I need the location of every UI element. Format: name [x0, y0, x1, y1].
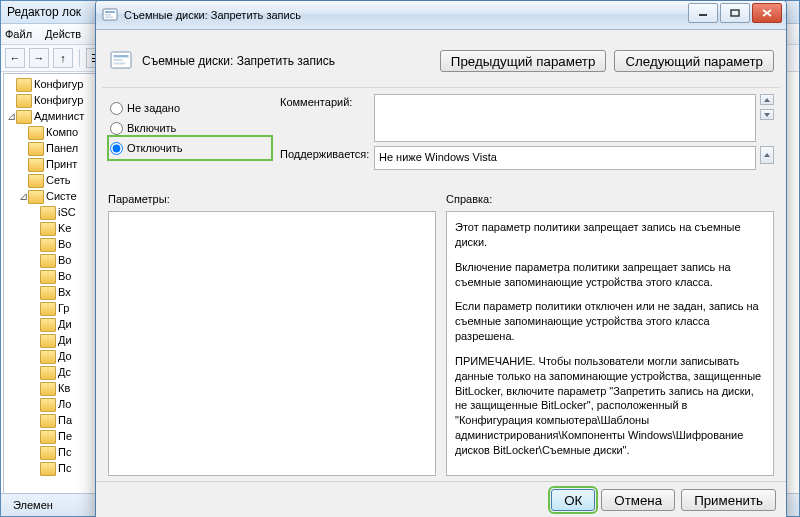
radio-disabled[interactable]: Отключить [110, 138, 270, 158]
svg-marker-12 [764, 98, 770, 102]
previous-parameter-button[interactable]: Предыдущий параметр [440, 50, 607, 72]
comment-spin-down[interactable] [760, 109, 774, 120]
ok-button[interactable]: ОК [551, 489, 595, 511]
tree-node[interactable]: Ke [6, 220, 96, 236]
tree-node[interactable]: Ди [6, 316, 96, 332]
tree-node-label: Ди [58, 334, 72, 346]
tree-node[interactable]: ⊿Админист [6, 108, 96, 124]
close-button[interactable] [752, 3, 782, 23]
tree-node[interactable]: ⊿Систе [6, 188, 96, 204]
svg-rect-5 [731, 10, 739, 16]
tree-node[interactable]: Принт [6, 156, 96, 172]
help-paragraph: Если параметр политики отключен или не з… [455, 299, 765, 344]
options-box[interactable] [108, 211, 436, 476]
tree-node[interactable]: Вх [6, 284, 96, 300]
dialog-header: Съемные диски: Запретить запись Предыдущ… [102, 35, 780, 88]
comment-label: Комментарий: [280, 94, 370, 108]
comment-spin-up[interactable] [760, 94, 774, 105]
tree-node[interactable]: Компо [6, 124, 96, 140]
dialog-title-text: Съемные диски: Запретить запись [124, 9, 301, 21]
folder-icon [28, 126, 44, 140]
help-box[interactable]: Этот параметр политики запрещает запись … [446, 211, 774, 476]
help-label: Справка: [446, 193, 774, 211]
radio-disabled-input[interactable] [110, 142, 123, 155]
comment-textarea[interactable] [374, 94, 756, 142]
tree-node[interactable]: Во [6, 252, 96, 268]
tree-node-label: Компо [46, 126, 78, 138]
tree-node-label: Ke [58, 222, 71, 234]
tree-node-label: Панел [46, 142, 78, 154]
tree-node[interactable]: Гр [6, 300, 96, 316]
folder-icon [40, 286, 56, 300]
dialog-upper-section: Не задано Включить Отключить Комментарий… [102, 88, 780, 172]
tree-node[interactable]: Конфигур [6, 92, 96, 108]
folder-icon [40, 430, 56, 444]
folder-icon [40, 254, 56, 268]
close-icon [762, 9, 772, 17]
tree-node-label: iSC [58, 206, 76, 218]
radio-not-configured[interactable]: Не задано [110, 98, 270, 118]
tree-twisty-icon: ⊿ [6, 108, 16, 124]
arrow-left-icon: ← [10, 52, 21, 64]
next-parameter-button[interactable]: Следующий параметр [614, 50, 774, 72]
arrow-up-icon: ↑ [60, 52, 66, 64]
radio-disabled-label: Отключить [127, 142, 183, 154]
minimize-button[interactable] [688, 3, 718, 23]
radio-enabled[interactable]: Включить [110, 118, 270, 138]
tree-node-label: Конфигур [34, 94, 83, 106]
tree-node[interactable]: Пс [6, 460, 96, 476]
folder-icon [28, 142, 44, 156]
svg-rect-9 [114, 55, 129, 57]
maximize-button[interactable] [720, 3, 750, 23]
menu-file[interactable]: Файл [5, 28, 32, 40]
folder-icon [28, 174, 44, 188]
tree-node[interactable]: Панел [6, 140, 96, 156]
tree-node[interactable]: Ди [6, 332, 96, 348]
folder-icon [40, 398, 56, 412]
menu-action[interactable]: Действ [45, 28, 81, 40]
tree-node[interactable]: iSC [6, 204, 96, 220]
tree-node-label: Конфигур [34, 78, 83, 90]
folder-icon [40, 222, 56, 236]
tree-node[interactable]: Па [6, 412, 96, 428]
supported-spin[interactable] [760, 146, 774, 164]
editor-title-text: Редактор лок [7, 5, 81, 19]
tree-node-label: Во [58, 254, 71, 266]
apply-button[interactable]: Применить [681, 489, 776, 511]
tree-node[interactable]: Ло [6, 396, 96, 412]
toolbar-back-button[interactable]: ← [5, 48, 25, 68]
folder-icon [40, 334, 56, 348]
tree-node[interactable]: Конфигур [6, 76, 96, 92]
radio-not-configured-input[interactable] [110, 102, 123, 115]
dialog-title-bar[interactable]: Съемные диски: Запретить запись [96, 1, 786, 30]
svg-marker-14 [764, 153, 770, 157]
tree-node[interactable]: Пе [6, 428, 96, 444]
tree-node[interactable]: До [6, 348, 96, 364]
cancel-button[interactable]: Отмена [601, 489, 675, 511]
tree-node-label: До [58, 350, 72, 362]
tree-node[interactable]: Во [6, 236, 96, 252]
help-paragraph: ПРИМЕЧАНИЕ. Чтобы пользователи могли зап… [455, 354, 765, 458]
help-paragraph: Этот параметр политики запрещает запись … [455, 220, 765, 250]
options-label: Параметры: [108, 193, 436, 211]
tree-node-label: Во [58, 238, 71, 250]
toolbar-forward-button[interactable]: → [29, 48, 49, 68]
svg-rect-2 [105, 14, 111, 16]
tree-node[interactable]: Пс [6, 444, 96, 460]
radio-enabled-label: Включить [127, 122, 176, 134]
tree-node[interactable]: Во [6, 268, 96, 284]
tree-node-label: Систе [46, 190, 77, 202]
toolbar-up-button[interactable]: ↑ [53, 48, 73, 68]
tree-node[interactable]: Дс [6, 364, 96, 380]
tree-node[interactable]: Сеть [6, 172, 96, 188]
radio-enabled-input[interactable] [110, 122, 123, 135]
field-grid: Комментарий: Поддерживается: Не ниже Win… [280, 94, 774, 170]
tree-node-label: Пе [58, 430, 72, 442]
dialog-lower-section: Параметры: Справка: Этот параметр полити… [108, 193, 774, 476]
supported-label: Поддерживается: [280, 146, 370, 160]
folder-icon [16, 78, 32, 92]
arrow-right-icon: → [34, 52, 45, 64]
tree-panel[interactable]: КонфигурКонфигур⊿АдминистКомпоПанелПринт… [3, 73, 97, 514]
tree-node[interactable]: Кв [6, 380, 96, 396]
maximize-icon [730, 9, 740, 17]
